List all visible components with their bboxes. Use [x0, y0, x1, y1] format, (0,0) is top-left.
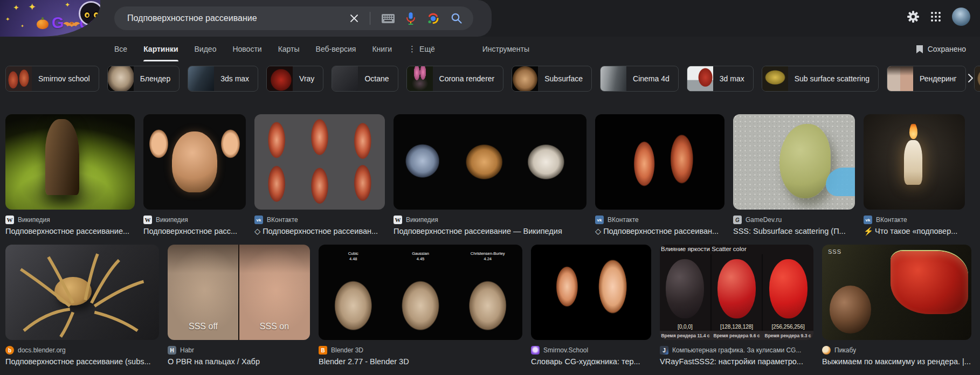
image-result[interactable]: GameDev.ru SSS: Subsurface scattering (П… [733, 114, 855, 235]
result-title[interactable]: Словарь CG-художника: тер... [531, 357, 651, 366]
result-thumbnail[interactable] [254, 114, 385, 210]
settings-button[interactable] [907, 10, 920, 23]
result-title[interactable]: Выжимаем по максимуму из рендера. |... [822, 357, 971, 366]
result-source[interactable]: Компьютерная графика. За кулисами CG... [660, 346, 813, 355]
result-title[interactable]: VRayFastSSS2: настройки параметро... [660, 357, 813, 366]
result-source[interactable]: GameDev.ru [733, 216, 855, 224]
result-thumbnail[interactable] [5, 114, 135, 210]
berry-render [666, 259, 704, 319]
result-source[interactable]: ВКонтакте [254, 216, 385, 224]
chip-blender[interactable]: Блендер [107, 66, 180, 92]
image-result[interactable]: ВКонтакте ◇ Подповерхностное рассеиван..… [254, 114, 385, 235]
scatter-method-label: Gaussian 4.45 [388, 251, 453, 262]
tab-maps[interactable]: Карты [278, 37, 300, 61]
image-result[interactable]: docs.blender.org Подповерхностное рассеи… [5, 245, 159, 366]
voice-search-button[interactable] [406, 12, 416, 25]
chips-scroll-right-button[interactable] [963, 71, 978, 86]
chip-corona-renderer[interactable]: Corona renderer [406, 66, 504, 92]
tab-books[interactable]: Книги [372, 37, 392, 61]
vkontakte-favicon [595, 216, 604, 224]
chip-subsurface[interactable]: Subsurface [512, 66, 592, 92]
result-thumbnail[interactable] [143, 114, 246, 210]
chip-3d-max[interactable]: 3d max [687, 66, 754, 92]
result-thumbnail[interactable] [595, 114, 724, 210]
image-result[interactable]: ВКонтакте ⚡Что такое «подповер... [864, 114, 965, 236]
image-result[interactable]: Влияние яркости Scatter color [0,0,0] [1… [660, 245, 813, 366]
chip-sub-surface-scattering[interactable]: Sub surface scattering [762, 66, 879, 92]
result-thumbnail[interactable]: SSS off SSS on [168, 245, 310, 340]
result-title[interactable]: Подповерхностное рассеивание... [5, 227, 135, 235]
result-title[interactable]: Blender 2.77 - Blender 3D [319, 357, 522, 366]
result-title[interactable]: О PBR на пальцах / Хабр [168, 357, 310, 366]
source-name: ВКонтакте [876, 216, 907, 224]
result-thumbnail[interactable]: Cubic 4.48 Gaussian 4.45 Christensen-Bur… [319, 245, 522, 340]
berry-comparison: [0,0,0] [128,128,128] [256,256,256] [660, 254, 813, 331]
image-result[interactable]: Википедия Подповерхностное расс... [143, 114, 246, 235]
google-apps-button[interactable] [930, 11, 941, 22]
result-source[interactable]: Blender 3D [319, 346, 522, 355]
search-bar[interactable]: Подповерхностное рассеивание [114, 6, 473, 30]
result-title[interactable]: SSS: Subsurface scattering (П... [733, 227, 855, 235]
result-thumbnail[interactable] [531, 245, 651, 340]
image-result[interactable]: SSS Пикабу Выжимаем по максимуму из ренд… [822, 245, 971, 366]
image-result[interactable]: Википедия Подповерхностное рассеивание..… [5, 114, 135, 235]
more-dots-icon [408, 44, 416, 54]
saved-button[interactable]: Сохранено [916, 45, 966, 54]
result-title[interactable]: Подповерхностное рассеивание (subs... [5, 357, 159, 366]
chip-thumbnail [267, 66, 293, 91]
image-result[interactable]: Smirnov.School Словарь CG-художника: тер… [531, 245, 651, 366]
tab-more[interactable]: Ещё [408, 37, 435, 61]
result-source[interactable]: Википедия [143, 216, 246, 224]
image-result[interactable]: ВКонтакте ◇ Подповерхностное рассеиван..… [595, 114, 724, 235]
result-source[interactable]: Пикабу [822, 346, 971, 355]
profile-avatar[interactable] [952, 8, 970, 26]
result-source[interactable]: docs.blender.org [5, 346, 159, 355]
chip-vray[interactable]: Vray [266, 66, 323, 92]
result-thumbnail[interactable] [733, 114, 855, 210]
result-thumbnail[interactable] [864, 114, 965, 210]
chip-cinema-4d[interactable]: Cinema 4d [600, 66, 679, 92]
tab-web[interactable]: Веб-версия [316, 37, 356, 61]
source-name: Википедия [18, 216, 50, 224]
clear-search-button[interactable] [350, 14, 358, 23]
search-input[interactable]: Подповерхностное рассеивание [114, 13, 350, 23]
image-result[interactable]: Википедия Подповерхностное рассеивание —… [394, 114, 586, 235]
result-title[interactable]: Подповерхностное расс... [143, 227, 246, 235]
chip-rendering[interactable]: Рендеринг [887, 66, 966, 92]
image-result[interactable]: Cubic 4.48 Gaussian 4.45 Christensen-Bur… [319, 245, 522, 366]
result-source[interactable]: ВКонтакте [595, 216, 724, 224]
result-thumbnail[interactable]: SSS [822, 245, 971, 340]
result-thumbnail[interactable] [5, 245, 159, 340]
lens-search-button[interactable] [427, 12, 439, 25]
tab-news[interactable]: Новости [232, 37, 261, 61]
bookmark-icon [916, 45, 923, 54]
chip-label: Octane [358, 74, 397, 83]
related-filter-chips: Smirnov school Блендер 3ds max Vray Octa… [0, 66, 980, 92]
result-title[interactable]: ⚡Что такое «подповер... [864, 227, 965, 236]
tab-videos[interactable]: Видео [195, 37, 217, 61]
chip-octane[interactable]: Octane [332, 66, 398, 92]
virtual-keyboard-button[interactable] [382, 14, 395, 23]
result-source[interactable]: Википедия [5, 216, 135, 224]
tab-images[interactable]: Картинки [143, 37, 178, 61]
tab-tools[interactable]: Инструменты [482, 37, 529, 61]
result-source[interactable]: Википедия [394, 216, 586, 224]
search-icon [451, 12, 463, 24]
search-submit-button[interactable] [451, 12, 463, 24]
image-result[interactable]: SSS off SSS on Habr О PBR на пальцах / Х… [168, 245, 310, 366]
chip-smirnov-school[interactable]: Smirnov school [5, 66, 99, 92]
chip-3ds-max[interactable]: 3ds max [188, 66, 258, 92]
tab-all[interactable]: Все [114, 37, 127, 61]
result-source[interactable]: ВКонтакте [864, 216, 965, 224]
result-source[interactable]: Habr [168, 346, 310, 355]
tab-label: Инструменты [482, 45, 529, 53]
result-source[interactable]: Smirnov.School [531, 346, 651, 355]
result-thumbnail[interactable]: Влияние яркости Scatter color [0,0,0] [1… [660, 245, 813, 340]
result-thumbnail[interactable] [394, 114, 586, 210]
chip-label: 3ds max [214, 74, 258, 83]
result-title[interactable]: ◇ Подповерхностное рассеиван... [254, 227, 385, 235]
result-title[interactable]: Подповерхностное рассеивание — Википедия [394, 227, 586, 235]
result-title[interactable]: ◇ Подповерхностное рассеиван... [595, 227, 724, 235]
title-text: Что такое «подповер... [875, 227, 957, 235]
chip-label: Блендер [134, 74, 179, 83]
